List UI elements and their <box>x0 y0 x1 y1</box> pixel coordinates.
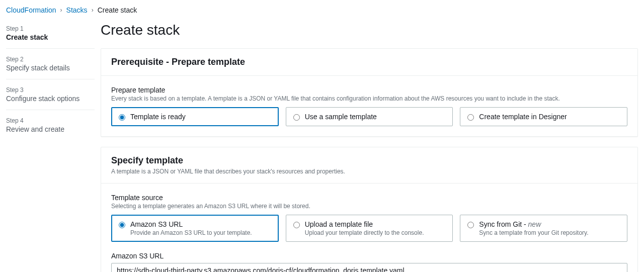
specify-desc: A template is a JSON or YAML file that d… <box>111 168 627 175</box>
step-3[interactable]: Step 3 Configure stack options <box>6 79 95 110</box>
s3-url-field-label: Amazon S3 URL <box>111 252 627 260</box>
step-title: Create stack <box>6 33 95 41</box>
radio-use-sample[interactable] <box>293 114 300 121</box>
option-template-ready[interactable]: Template is ready <box>111 107 279 126</box>
radio-create-designer[interactable] <box>467 114 474 121</box>
option-create-designer[interactable]: Create template in Designer <box>460 107 627 126</box>
step-label: Step 3 <box>6 86 95 94</box>
step-label: Step 4 <box>6 117 95 124</box>
radio-s3-url[interactable] <box>119 222 125 228</box>
step-4[interactable]: Step 4 Review and create <box>6 110 95 140</box>
breadcrumb-cloudformation[interactable]: CloudFormation <box>6 6 56 14</box>
new-badge: new <box>528 220 541 228</box>
option-label: Use a sample template <box>305 113 446 121</box>
step-title: Specify stack details <box>6 64 95 72</box>
breadcrumb-current: Create stack <box>98 6 137 14</box>
radio-sync-git[interactable] <box>467 222 474 228</box>
radio-upload-file[interactable] <box>293 222 300 228</box>
option-upload-file[interactable]: Upload a template file Upload your templ… <box>286 215 453 242</box>
page-title: Create stack <box>101 22 638 38</box>
prerequisite-title: Prerequisite - Prepare template <box>111 57 627 67</box>
template-source-help: Selecting a template generates an Amazon… <box>111 203 627 210</box>
chevron-right-icon: › <box>92 7 94 14</box>
step-title: Review and create <box>6 125 95 133</box>
step-label: Step 1 <box>6 25 95 32</box>
option-label: Amazon S3 URL <box>130 220 271 228</box>
option-label: Sync from Git - new <box>479 220 620 228</box>
breadcrumb-stacks[interactable]: Stacks <box>66 6 88 14</box>
prepare-template-help: Every stack is based on a template. A te… <box>111 95 627 102</box>
breadcrumb: CloudFormation › Stacks › Create stack <box>0 0 644 18</box>
step-2[interactable]: Step 2 Specify stack details <box>6 49 95 79</box>
option-label: Upload a template file <box>305 220 446 228</box>
chevron-right-icon: › <box>60 7 62 14</box>
step-1[interactable]: Step 1 Create stack <box>6 18 95 49</box>
option-desc: Sync a template from your Git repository… <box>479 229 620 236</box>
template-source-label: Template source <box>111 194 627 202</box>
option-label: Create template in Designer <box>479 113 620 121</box>
option-use-sample[interactable]: Use a sample template <box>286 107 453 126</box>
radio-template-ready[interactable] <box>119 114 125 121</box>
prerequisite-panel: Prerequisite - Prepare template Prepare … <box>101 48 638 137</box>
wizard-sidebar: Step 1 Create stack Step 2 Specify stack… <box>0 18 101 272</box>
step-label: Step 2 <box>6 56 95 63</box>
specify-template-panel: Specify template A template is a JSON or… <box>101 147 638 272</box>
prepare-template-label: Prepare template <box>111 86 627 94</box>
option-s3-url[interactable]: Amazon S3 URL Provide an Amazon S3 URL t… <box>111 215 279 242</box>
option-sync-git[interactable]: Sync from Git - new Sync a template from… <box>460 215 627 242</box>
option-desc: Provide an Amazon S3 URL to your templat… <box>130 229 271 236</box>
s3-url-input[interactable] <box>111 263 627 272</box>
option-desc: Upload your template directly to the con… <box>305 229 446 236</box>
step-title: Configure stack options <box>6 95 95 103</box>
option-label: Template is ready <box>130 113 271 121</box>
specify-title: Specify template <box>111 155 183 165</box>
